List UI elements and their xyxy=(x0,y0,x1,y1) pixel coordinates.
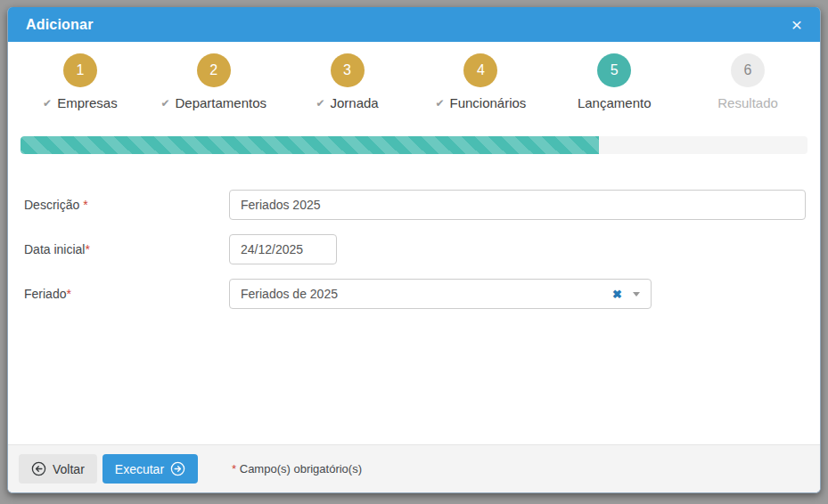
wizard-stepper: 1 ✔Empresas 2 ✔Departamentos 3 ✔Jornada … xyxy=(13,53,815,110)
step-number-badge: 2 xyxy=(197,53,231,87)
execute-button-label: Executar xyxy=(115,463,164,476)
step-number-badge: 4 xyxy=(463,53,497,87)
check-icon: ✔ xyxy=(316,98,324,109)
step-lancamento[interactable]: 5 Lançamento xyxy=(547,53,681,110)
arrow-right-circle-icon xyxy=(170,461,185,476)
clear-selection-icon[interactable]: ✖ xyxy=(612,289,622,300)
step-departamentos[interactable]: 2 ✔Departamentos xyxy=(147,53,281,110)
wizard-progress-bar xyxy=(20,136,808,154)
step-resultado: 6 Resultado xyxy=(681,53,815,110)
data-inicial-input[interactable] xyxy=(229,234,337,264)
back-button-label: Voltar xyxy=(53,463,85,476)
step-label: ✔Jornada xyxy=(316,95,378,110)
required-asterisk: * xyxy=(232,462,236,476)
form-row-data-inicial: Data inicial* xyxy=(24,234,808,264)
arrow-left-circle-icon xyxy=(31,461,46,476)
back-button[interactable]: Voltar xyxy=(19,454,97,484)
check-icon: ✔ xyxy=(160,98,169,109)
step-number-badge: 3 xyxy=(331,53,365,87)
step-label: Lançamento xyxy=(578,95,652,110)
modal-body: 1 ✔Empresas 2 ✔Departamentos 3 ✔Jornada … xyxy=(8,42,820,444)
modal-header: Adicionar × xyxy=(8,7,820,42)
step-label: Resultado xyxy=(717,95,778,110)
modal-title: Adicionar xyxy=(26,17,94,33)
step-empresas[interactable]: 1 ✔Empresas xyxy=(13,53,147,110)
feriado-select[interactable]: Feriados de 2025 ✖ xyxy=(229,279,652,309)
step-label: ✔Funcionários xyxy=(435,95,526,110)
modal-footer: Voltar Executar * Campo(s) obrigatório(s… xyxy=(8,444,820,492)
close-icon[interactable]: × xyxy=(791,15,802,34)
step-number-badge: 5 xyxy=(597,53,631,87)
check-icon: ✔ xyxy=(43,98,52,109)
step-number-badge: 1 xyxy=(63,53,97,87)
feriado-select-value: Feriados de 2025 xyxy=(241,287,612,301)
step-label: ✔Departamentos xyxy=(160,95,266,110)
add-wizard-modal: Adicionar × 1 ✔Empresas 2 ✔Departamentos… xyxy=(7,7,821,493)
progress-fill xyxy=(20,136,599,154)
launch-form: Descrição * Data inicial* Feriado* Feria… xyxy=(24,190,808,309)
required-asterisk: * xyxy=(83,198,87,212)
execute-button[interactable]: Executar xyxy=(102,454,198,484)
required-asterisk: * xyxy=(85,242,89,256)
chevron-down-icon[interactable] xyxy=(633,292,640,297)
form-row-descricao: Descrição * xyxy=(24,190,808,220)
step-number-badge: 6 xyxy=(731,53,765,87)
required-asterisk: * xyxy=(66,287,70,301)
form-row-feriado: Feriado* Feriados de 2025 ✖ xyxy=(24,279,808,309)
descricao-input[interactable] xyxy=(229,190,806,220)
feriado-label: Feriado* xyxy=(24,287,229,301)
descricao-label: Descrição * xyxy=(24,198,229,212)
step-jornada[interactable]: 3 ✔Jornada xyxy=(281,53,414,110)
step-label: ✔Empresas xyxy=(43,95,118,110)
check-icon: ✔ xyxy=(435,98,444,109)
required-fields-note: * Campo(s) obrigatório(s) xyxy=(232,462,362,476)
data-inicial-label: Data inicial* xyxy=(24,242,229,256)
step-funcionarios[interactable]: 4 ✔Funcionários xyxy=(414,53,547,110)
